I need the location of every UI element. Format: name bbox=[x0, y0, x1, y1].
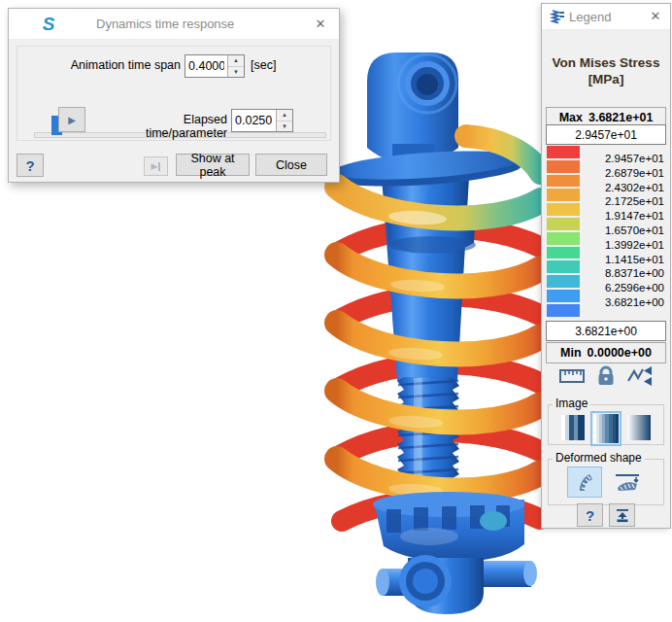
app-logo-icon: S bbox=[38, 14, 59, 35]
result-quantity-unit: [MPa] bbox=[542, 71, 670, 87]
elapsed-time-input[interactable] bbox=[232, 110, 276, 131]
image-style-banded-many[interactable] bbox=[590, 411, 622, 446]
lock-icon[interactable] bbox=[596, 365, 616, 387]
deformed-shape-scaled-button[interactable] bbox=[567, 466, 602, 498]
max-label: Max bbox=[559, 111, 583, 124]
spin-up-icon[interactable]: ▲ bbox=[228, 55, 244, 67]
deformed-beam-icon bbox=[574, 471, 595, 493]
image-style-banded-few[interactable] bbox=[560, 414, 586, 441]
image-style-options bbox=[549, 414, 663, 446]
legend-dock-button[interactable] bbox=[609, 503, 635, 527]
spin-arrows: ▲ ▼ bbox=[276, 110, 292, 131]
lower-adjuster-collar bbox=[373, 492, 524, 562]
legend-scale-value: 6.2596e+00 bbox=[605, 281, 664, 295]
image-style-smooth[interactable] bbox=[626, 414, 652, 441]
spin-up-icon[interactable]: ▲ bbox=[277, 110, 292, 121]
legend-color-swatch bbox=[547, 146, 580, 158]
legend-color-swatch bbox=[547, 304, 580, 317]
elapsed-time-spinbox: ▲ ▼ bbox=[231, 109, 293, 132]
elapsed-time-label: Elapsed time/parameter bbox=[113, 113, 227, 140]
animation-time-span-input[interactable] bbox=[185, 55, 227, 77]
max-value: 3.6821e+01 bbox=[588, 111, 653, 124]
show-at-peak-button[interactable]: Show at peak bbox=[176, 154, 250, 176]
image-group-label: Image bbox=[553, 397, 590, 410]
legend-scale-value: 1.6570e+01 bbox=[605, 224, 664, 238]
close-icon[interactable]: ✕ bbox=[312, 16, 329, 33]
legend-color-swatch bbox=[547, 175, 580, 188]
spin-arrows: ▲ ▼ bbox=[227, 55, 244, 77]
min-label: Min bbox=[560, 346, 582, 360]
bottom-clevis-mount bbox=[376, 555, 537, 614]
deformed-beam-actual-icon bbox=[615, 471, 640, 493]
color-scale-swatches bbox=[547, 146, 580, 317]
spin-down-icon[interactable]: ▼ bbox=[277, 121, 292, 132]
legend-scale-value: 2.1725e+01 bbox=[605, 194, 664, 209]
legend-color-swatch bbox=[547, 275, 580, 288]
play-to-end-icon: ▶ bbox=[151, 161, 161, 171]
legend-scale-value: 1.1415e+01 bbox=[605, 253, 664, 267]
curve-minmax-icon[interactable] bbox=[627, 365, 653, 387]
play-button[interactable]: ▶ bbox=[58, 107, 85, 132]
ruler-icon[interactable] bbox=[559, 367, 585, 385]
legend-color-swatch bbox=[547, 247, 580, 259]
spin-down-icon[interactable]: ▼ bbox=[228, 67, 244, 78]
legend-scale-value: 1.9147e+01 bbox=[605, 209, 664, 224]
play-icon: ▶ bbox=[68, 115, 76, 125]
dialog-titlebar[interactable]: S Dynamics time response ✕ bbox=[9, 9, 339, 40]
result-quantity-title: Von Mises Stress [MPa] bbox=[542, 54, 670, 87]
deformed-shape-group: Deformed shape bbox=[548, 459, 664, 505]
legend-titlebar[interactable]: Legend ✕ bbox=[542, 4, 670, 30]
legend-color-swatch bbox=[547, 260, 580, 273]
dynamics-time-response-dialog: S Dynamics time response ✕ Animation tim… bbox=[8, 8, 340, 183]
legend-scale-value: 2.9457e+01 bbox=[605, 152, 664, 166]
legend-color-swatch bbox=[547, 160, 580, 173]
seconds-unit-label: [sec] bbox=[251, 58, 276, 72]
legend-panel: Legend ✕ Von Mises Stress [MPa] Max 3.68… bbox=[541, 3, 671, 529]
image-group: Image bbox=[548, 404, 664, 445]
legend-color-swatch bbox=[547, 290, 580, 302]
legend-toolbar bbox=[542, 365, 670, 387]
dock-panel-icon bbox=[615, 508, 630, 523]
close-icon[interactable]: ✕ bbox=[647, 8, 664, 25]
deformed-group-label: Deformed shape bbox=[553, 451, 645, 465]
legend-help-button[interactable]: ? bbox=[577, 503, 603, 527]
legend-color-swatch bbox=[547, 232, 580, 245]
min-value: 0.0000e+00 bbox=[588, 346, 652, 360]
banded-gradient-icon bbox=[561, 415, 585, 440]
result-quantity-name: Von Mises Stress bbox=[542, 54, 670, 71]
color-scale-labels: 2.9457e+01 2.6879e+01 2.4302e+01 2.1725e… bbox=[605, 152, 664, 310]
legend-coil-icon bbox=[550, 9, 565, 24]
help-button[interactable]: ? bbox=[17, 154, 44, 177]
color-scale: 2.9457e+01 2.6879e+01 2.4302e+01 2.1725e… bbox=[547, 146, 666, 319]
legend-title: Legend bbox=[569, 10, 611, 24]
legend-color-swatch bbox=[547, 203, 580, 216]
min-value-row: Min 0.0000e+00 bbox=[546, 342, 666, 363]
smooth-gradient-icon bbox=[627, 415, 651, 440]
animation-groupbox: Animation time span ▲ ▼ [sec] ▶ Elapsed … bbox=[17, 46, 331, 141]
legend-scale-value: 2.4302e+01 bbox=[605, 181, 664, 195]
legend-scale-value: 8.8371e+00 bbox=[605, 266, 664, 281]
lower-bound-input[interactable] bbox=[546, 321, 666, 341]
animation-time-span-label: Animation time span bbox=[17, 58, 181, 72]
animation-time-span-spinbox: ▲ ▼ bbox=[185, 54, 245, 78]
banded-gradient-icon bbox=[593, 414, 619, 443]
close-button[interactable]: Close bbox=[255, 154, 327, 176]
application-window: { "icons": { "logo_glyph": "S", "close_g… bbox=[0, 0, 672, 622]
legend-color-swatch bbox=[547, 189, 580, 201]
legend-scale-value: 2.6879e+01 bbox=[605, 166, 664, 181]
play-to-end-button: ▶ bbox=[144, 156, 168, 176]
deformed-shape-actual-button[interactable] bbox=[610, 466, 645, 498]
legend-bottom-buttons: ? bbox=[542, 503, 670, 527]
dialog-title: Dynamics time response bbox=[96, 17, 234, 31]
deformed-shape-options bbox=[549, 466, 663, 498]
legend-scale-value: 1.3992e+01 bbox=[605, 238, 664, 253]
upper-bound-input[interactable] bbox=[546, 124, 666, 145]
legend-scale-value: 3.6821e+00 bbox=[605, 295, 664, 310]
legend-color-swatch bbox=[547, 218, 580, 230]
